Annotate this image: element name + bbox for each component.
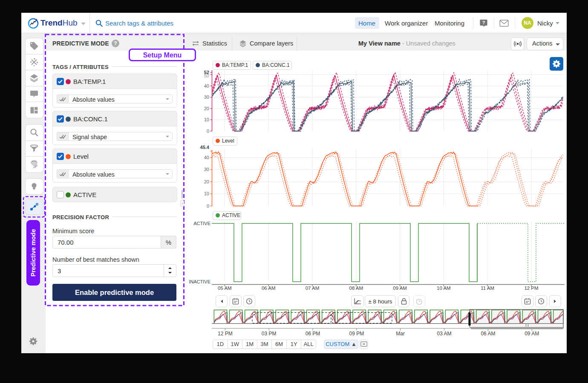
- svg-text:20: 20: [204, 179, 209, 184]
- svg-text:08 AM: 08 AM: [349, 286, 363, 291]
- svg-text:40: 40: [204, 155, 209, 160]
- svg-text:0: 0: [207, 129, 209, 134]
- svg-text:50: 50: [204, 73, 209, 78]
- svg-text:10: 10: [204, 191, 209, 196]
- svg-text:20: 20: [204, 106, 209, 111]
- svg-text:07 AM: 07 AM: [306, 286, 320, 291]
- svg-text:12 PM: 12 PM: [218, 331, 233, 337]
- svg-text:0: 0: [207, 203, 209, 209]
- svg-text:05 AM: 05 AM: [218, 286, 232, 291]
- svg-text:12 PM: 12 PM: [524, 286, 538, 291]
- svg-text:03 AM: 03 AM: [437, 331, 451, 337]
- svg-text:40: 40: [204, 83, 209, 89]
- svg-text:INACTIVE: INACTIVE: [189, 279, 210, 284]
- svg-text:06 AM: 06 AM: [262, 286, 276, 291]
- svg-text:45.4: 45.4: [200, 145, 210, 150]
- svg-text:09 PM: 09 PM: [349, 331, 364, 337]
- svg-text:06 AM: 06 AM: [481, 331, 495, 337]
- svg-text:?: ?: [482, 20, 485, 25]
- svg-text:11 AM: 11 AM: [481, 286, 494, 291]
- svg-text:30: 30: [204, 167, 209, 172]
- svg-text:09 AM: 09 AM: [393, 286, 407, 291]
- svg-text:03 PM: 03 PM: [262, 331, 277, 337]
- svg-text:30: 30: [204, 94, 209, 100]
- svg-text:ACTIVE: ACTIVE: [193, 221, 210, 226]
- svg-text:Mar: Mar: [396, 331, 405, 337]
- svg-text:09 AM: 09 AM: [525, 331, 539, 337]
- svg-text:06 PM: 06 PM: [306, 331, 320, 337]
- svg-text:10 AM: 10 AM: [437, 286, 451, 291]
- svg-text:10: 10: [204, 117, 209, 122]
